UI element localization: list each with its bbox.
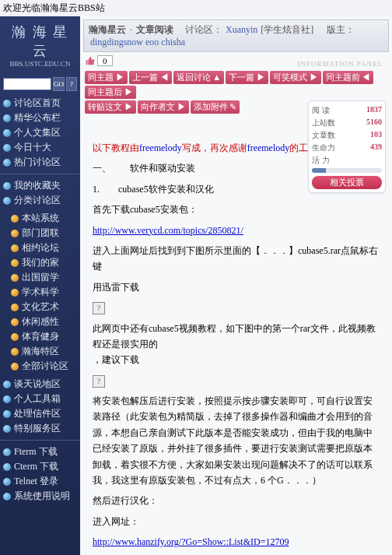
bullet-icon: [3, 478, 11, 486]
bullet-icon: [11, 289, 19, 297]
bullet-icon: [11, 304, 19, 311]
forum-desc: [学生炫音社]: [261, 23, 313, 37]
nav-item-label: 个人工具箱: [14, 392, 61, 406]
nav-item[interactable]: 部门团联: [8, 226, 80, 241]
bullet-icon: [3, 463, 11, 471]
nav-item-label: 分类讨论区: [14, 194, 61, 207]
sidebar: 瀚 海 星 云 BBS.USTC.EDU.CN GO ? 讨论区首页精华公布栏个…: [0, 16, 80, 555]
bullet-icon: [3, 425, 11, 433]
nav-item[interactable]: Cterm 下载: [0, 459, 80, 474]
nav-item[interactable]: 相约论坛: [8, 241, 80, 255]
toolbar-button[interactable]: 同主题后 ▶: [85, 86, 136, 99]
nav-item[interactable]: 我的收藏夹: [0, 178, 80, 193]
related-vote-button[interactable]: 相关投票: [312, 176, 382, 189]
search-input[interactable]: [3, 78, 51, 90]
toolbar-button[interactable]: 向作者文 ▶: [138, 100, 189, 114]
nav-item-label: Telnet 登录: [14, 475, 58, 488]
nav-item-label: 文化艺术: [22, 300, 59, 314]
nav-item-label: 我的收藏夹: [14, 179, 61, 192]
nav-item[interactable]: 系统使用说明: [0, 489, 80, 504]
nav-item-label: 特别服务区: [14, 422, 61, 435]
nav-item-label: 我们的家: [22, 256, 59, 269]
nav-item[interactable]: 休闲感性: [8, 314, 80, 329]
nav-item-label: 部门团联: [22, 227, 59, 240]
toolbar-button[interactable]: 可笑模式 ▶: [270, 71, 321, 84]
download-link-1[interactable]: http://www.verycd.com/topics/2850821/: [93, 225, 243, 236]
nav-item[interactable]: 全部讨论区: [8, 359, 80, 374]
nav-item-label: 出国留学: [22, 271, 59, 284]
search-go-button[interactable]: GO: [53, 77, 65, 91]
nav-item-label: 系统使用说明: [14, 490, 70, 503]
nav-item-label: 瀚海特区: [22, 345, 59, 358]
bullet-icon: [3, 448, 11, 456]
nav-item[interactable]: 热门讨论区: [0, 155, 80, 170]
download-link-2[interactable]: http://www.hanzify.org/?Go=Show::List&ID…: [93, 536, 289, 547]
bullet-icon: [11, 230, 19, 237]
nav-item[interactable]: 处理信件区: [0, 406, 80, 421]
toolbar-button[interactable]: 添加附件 ✎: [191, 100, 240, 114]
nav-item[interactable]: 体育健身: [8, 329, 80, 344]
bullet-icon: [3, 381, 11, 388]
nav-item-label: 热门讨论区: [14, 156, 61, 169]
site-name: 瀚海星云: [89, 23, 126, 37]
toolbar: 同主题 ▶上一篇 ◀返回讨论 ▲下一篇 ▶可笑模式 ▶同主题前 ◀同主题后 ▶: [85, 71, 387, 99]
toolbar-button[interactable]: 返回讨论 ▲: [173, 71, 225, 84]
bullet-icon: [11, 274, 19, 282]
site-logo: 瀚 海 星 云 BBS.USTC.EDU.CN: [0, 16, 80, 74]
nav-item[interactable]: 精华公布栏: [0, 111, 80, 125]
toolbar-button[interactable]: 下一篇 ▶: [226, 71, 268, 84]
nav-item-label: 精华公布栏: [14, 111, 61, 125]
nav-item[interactable]: 今日十大: [0, 140, 80, 155]
bullet-icon: [11, 363, 19, 371]
bullet-icon: [3, 144, 11, 152]
bullet-icon: [3, 197, 11, 205]
search-help-button[interactable]: ?: [66, 77, 77, 91]
forum-link[interactable]: Xuanyin: [226, 24, 257, 36]
nav-item[interactable]: 个人工具箱: [0, 392, 80, 406]
main-content: 瀚海星云 · 文章阅读 讨论区： Xuanyin [学生炫音社] 版主： din…: [80, 16, 392, 555]
bullet-icon: [3, 114, 11, 122]
nav-item-label: 今日十大: [14, 141, 51, 154]
bullet-icon: [3, 159, 11, 167]
nav-item[interactable]: Fterm 下载: [0, 444, 80, 459]
bullet-icon: [11, 318, 19, 326]
nav-item-label: 全部讨论区: [22, 360, 68, 373]
nav-item[interactable]: 学术科学: [8, 285, 80, 300]
bullet-icon: [3, 129, 11, 137]
nav-item[interactable]: 分类讨论区: [0, 193, 80, 208]
bullet-icon: [3, 410, 11, 418]
nav-item[interactable]: 特别服务区: [0, 421, 80, 436]
nav-item[interactable]: 谈天说地区: [0, 377, 80, 392]
nav-item[interactable]: 瀚海特区: [8, 344, 80, 359]
toolbar-button[interactable]: 同主题前 ◀: [323, 71, 374, 84]
owner-link[interactable]: dingdingsnow eoo chisha: [90, 37, 185, 48]
section-name: 文章阅读: [136, 23, 173, 37]
nav-item-label: 个人文集区: [14, 126, 61, 139]
nav-item-label: 相约论坛: [22, 241, 59, 255]
nav-item-label: 处理信件区: [14, 407, 61, 420]
toolbar-button[interactable]: 上一篇 ◀: [129, 71, 172, 84]
article-header: 瀚海星云 · 文章阅读 讨论区： Xuanyin [学生炫音社] 版主： din…: [83, 19, 389, 52]
nav-item-label: Cterm 下载: [14, 460, 58, 473]
nav-item[interactable]: 文化艺术: [8, 300, 80, 314]
nav-item[interactable]: 个人文集区: [0, 125, 80, 140]
nav-item-label: 体育健身: [22, 330, 59, 343]
nav-item-label: 本站系统: [22, 212, 59, 225]
nav-item-label: Fterm 下载: [14, 445, 58, 458]
welcome-text: 欢迎光临瀚海星云BBS站: [0, 0, 392, 16]
toolbar-button[interactable]: 转贴这文 ▶: [85, 100, 136, 114]
nav-item[interactable]: 本站系统: [8, 211, 80, 226]
bullet-icon: [11, 259, 19, 267]
nav-item-label: 谈天说地区: [14, 378, 61, 391]
nav-item-label: 休闲感性: [22, 315, 59, 328]
thumb-up-icon[interactable]: [85, 55, 96, 66]
bullet-icon: [11, 244, 19, 252]
nav-item[interactable]: Telnet 登录: [0, 474, 80, 489]
bullet-icon: [3, 493, 11, 501]
nav-item[interactable]: 我们的家: [8, 255, 80, 270]
bullet-icon: [3, 395, 11, 403]
toolbar-button[interactable]: 同主题 ▶: [85, 71, 128, 84]
nav-item[interactable]: 出国留学: [8, 270, 80, 285]
nav-item[interactable]: 讨论区首页: [0, 96, 80, 111]
stats-box: 阅 读1837 上站数5160 文章数103 生命力439 活 力 相关投票: [308, 100, 386, 193]
